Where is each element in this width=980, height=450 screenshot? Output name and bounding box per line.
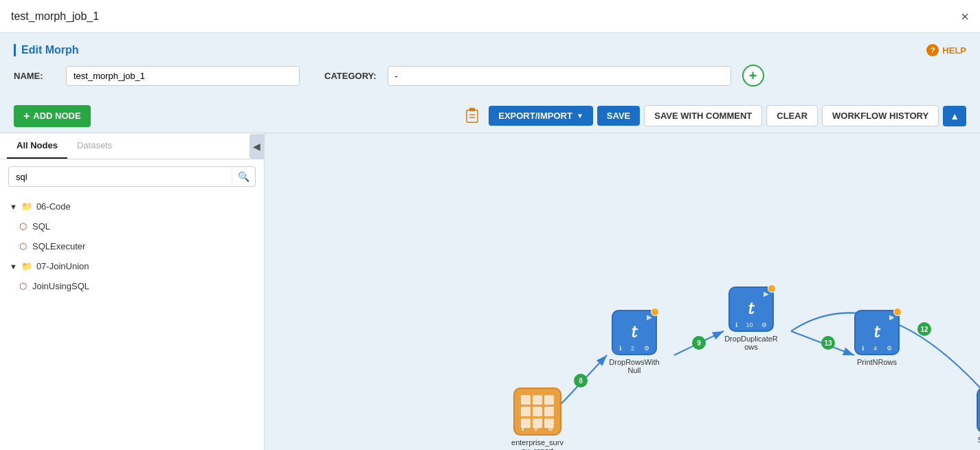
- search-button[interactable]: 🔍: [232, 167, 255, 186]
- upload-button[interactable]: ▲: [943, 106, 966, 126]
- export-import-button[interactable]: EXPORT/IMPORT ▼: [489, 106, 593, 126]
- svg-text:9: 9: [697, 339, 701, 347]
- node-drop-rows[interactable]: ▶ 𝑡 ℹ 2 ⚙ DropRowsWithNull: [607, 310, 662, 374]
- category-input[interactable]: [388, 66, 731, 86]
- node-label-droprows: DropRowsWithNull: [607, 358, 662, 374]
- category-label: CATEGORY:: [324, 71, 377, 81]
- num-printnrows: 4: [873, 345, 877, 352]
- tabs-row: All Nodes Datasets ◀: [0, 133, 264, 159]
- node-letter-dropdupes: 𝑡: [748, 300, 755, 318]
- node-bottom-droprows: ℹ 2 ⚙: [614, 345, 654, 352]
- list-item-joinusingsql[interactable]: ⬡ JoinUsingSQL: [0, 276, 264, 296]
- node-label-sql: SQL: [32, 221, 50, 232]
- tabs: All Nodes Datasets: [0, 133, 249, 159]
- flow-svg: 9 13 12 8: [265, 133, 980, 450]
- svg-point-14: [574, 374, 588, 387]
- svg-rect-0: [467, 110, 478, 122]
- chevron-icon-07: ▼: [10, 262, 17, 271]
- node-letter-droprows: 𝑡: [632, 324, 638, 341]
- save-label: SAVE: [607, 111, 630, 121]
- name-label: NAME:: [14, 71, 55, 81]
- help-link[interactable]: ? HELP: [926, 44, 966, 56]
- tab-datasets[interactable]: Datasets: [67, 133, 122, 159]
- info-printnrows: ℹ: [862, 345, 864, 352]
- tab-all-nodes[interactable]: All Nodes: [7, 133, 67, 159]
- left-panel: All Nodes Datasets ◀ 🔍 ▼ 📁: [0, 133, 265, 450]
- window-title: test_morph_job_1: [11, 10, 99, 23]
- folder-icon-06: 📁: [21, 201, 32, 212]
- node-box-dropdupes: ▶ 𝑡 ℹ 10 ⚙: [728, 286, 774, 332]
- list-item-sql[interactable]: ⬡ SQL: [0, 216, 264, 236]
- clear-button[interactable]: CLEAR: [766, 105, 818, 126]
- orange-dot-dropdupes: [768, 284, 776, 293]
- node-box-savedataset: ▶ 𝑡 ℹ 12 ⚙: [977, 387, 980, 433]
- node-icon-sql: ⬡: [19, 221, 27, 232]
- set-printnrows: ⚙: [887, 345, 892, 352]
- node-letter-printnrows: 𝑡: [874, 324, 880, 341]
- node-bottom-printnrows: ℹ 4 ⚙: [857, 345, 897, 352]
- svg-rect-1: [469, 108, 475, 111]
- node-drop-dupes[interactable]: ▶ 𝑡 ℹ 10 ⚙ DropDuplicateRows: [724, 286, 779, 351]
- info-dropdupes: ℹ: [735, 322, 737, 328]
- num-badge-9: 9: [534, 425, 537, 432]
- set-dropdupes: ⚙: [761, 322, 767, 328]
- node-icon-joinusingsql: ⬡: [19, 281, 27, 291]
- collapse-panel-button[interactable]: ◀: [249, 134, 264, 159]
- node-label-dropdupes: DropDuplicateRows: [724, 335, 779, 351]
- folder-06-code[interactable]: ▼ 📁 06-Code: [0, 196, 264, 216]
- clear-label: CLEAR: [777, 111, 808, 121]
- add-node-plus-icon: +: [23, 110, 30, 122]
- search-box: 🔍: [8, 166, 256, 187]
- toolbar-left: + ADD NODE: [14, 105, 91, 127]
- canvas-area[interactable]: 9 13 12 8: [265, 133, 980, 450]
- main-window: test_morph_job_1 × Edit Morph ? HELP NAM…: [0, 0, 980, 450]
- clipboard-icon: [464, 106, 482, 124]
- node-icon-sqlexecuter: ⬡: [19, 241, 27, 251]
- add-node-label: ADD NODE: [33, 111, 80, 121]
- num-droprows: 2: [631, 345, 634, 352]
- save-button[interactable]: SAVE: [597, 106, 640, 126]
- list-item-sqlexecuter[interactable]: ⬡ SQLExecuter: [0, 236, 264, 256]
- node-label-joinusingsql: JoinUsingSQL: [32, 281, 89, 291]
- workflow-history-label: WORKFLOW HISTORY: [832, 111, 928, 121]
- form-section: Edit Morph ? HELP NAME: CATEGORY: +: [0, 33, 980, 99]
- svg-text:12: 12: [920, 326, 928, 333]
- node-save-dataset[interactable]: ▶ 𝑡 ℹ 12 ⚙ SaveDataset: [977, 387, 980, 444]
- help-icon: ?: [926, 44, 939, 56]
- info-icon-1: ℹ: [522, 425, 524, 432]
- main-area: Edit Morph ? HELP NAME: CATEGORY: + + AD…: [0, 33, 980, 450]
- search-input[interactable]: [9, 168, 232, 186]
- svg-point-12: [917, 322, 931, 336]
- name-input[interactable]: [66, 66, 300, 86]
- clipboard-button[interactable]: [461, 103, 485, 128]
- toolbar: + ADD NODE EXPORT/IMPORT ▼: [0, 99, 980, 133]
- node-enterprise-survey[interactable]: ℹ 9 ⚙ enterprise_survey_report: [510, 387, 565, 450]
- node-label-savedataset: SaveDataset: [978, 436, 981, 444]
- close-button[interactable]: ×: [961, 10, 969, 23]
- node-box-enterprise: ℹ 9 ⚙: [513, 387, 561, 436]
- node-label-enterprise: enterprise_survey_report: [510, 438, 565, 450]
- chevron-icon: ▼: [10, 203, 17, 211]
- settings-icon: ⚙: [548, 425, 553, 432]
- set-droprows: ⚙: [644, 345, 649, 352]
- node-print-nrows[interactable]: ▶ 𝑡 ℹ 4 ⚙ PrintNRows: [854, 310, 900, 366]
- folder-07-joinunion[interactable]: ▼ 📁 07-JoinUnion: [0, 256, 264, 276]
- svg-text:8: 8: [579, 377, 583, 385]
- orange-dot-droprows: [651, 308, 659, 316]
- workflow-history-button[interactable]: WORKFLOW HISTORY: [822, 105, 939, 126]
- folder-icon-07: 📁: [21, 261, 32, 271]
- add-category-button[interactable]: +: [742, 65, 764, 87]
- folder-label-06: 06-Code: [36, 201, 71, 212]
- svg-line-7: [791, 331, 854, 355]
- node-box-printnrows: ▶ 𝑡 ℹ 4 ⚙: [854, 310, 900, 355]
- node-label-printnrows: PrintNRows: [857, 358, 897, 366]
- add-node-button[interactable]: + ADD NODE: [14, 105, 91, 127]
- flow-canvas: 9 13 12 8: [265, 133, 980, 450]
- node-list: ▼ 📁 06-Code ⬡ SQL ⬡ SQLExecuter ▼: [0, 194, 264, 450]
- name-row: NAME: CATEGORY: +: [14, 65, 966, 87]
- svg-text:13: 13: [824, 339, 832, 347]
- save-with-comment-label: SAVE WITH COMMENT: [654, 111, 752, 121]
- save-with-comment-button[interactable]: SAVE WITH COMMENT: [644, 105, 762, 126]
- svg-line-6: [674, 331, 724, 355]
- node-bottom-badges: ℹ 9 ⚙: [516, 425, 559, 432]
